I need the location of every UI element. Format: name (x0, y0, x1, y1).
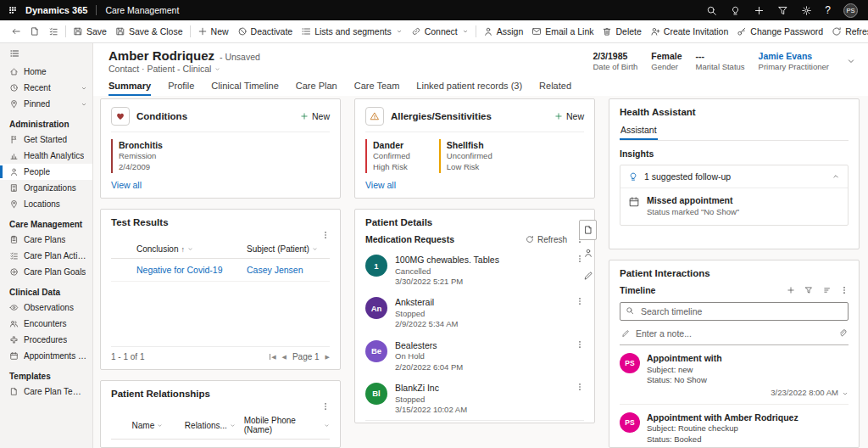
conditions-view-all-link[interactable]: View all (111, 180, 330, 190)
primary-practitioner-link[interactable]: Jamie Evans (759, 51, 829, 62)
timeline-settings-icon[interactable] (822, 286, 831, 294)
sidebar-item-organizations[interactable]: Organizations (0, 180, 92, 196)
change-password-button[interactable]: Change Password (732, 24, 827, 39)
column-header-name[interactable]: Name (132, 416, 185, 434)
allergy-item-dander[interactable]: Dander Confirmed High Risk (365, 139, 410, 173)
new-label: New (211, 26, 229, 36)
table-row[interactable]: Negative for Covid-19 Casey Jensen (111, 259, 330, 282)
attachment-icon[interactable] (838, 329, 847, 338)
more-options-icon[interactable] (576, 297, 584, 305)
form-view-icon-button[interactable] (25, 24, 44, 39)
refresh-button[interactable]: Refresh (827, 24, 868, 39)
lists-and-segments-button[interactable]: Lists and segments (297, 24, 406, 39)
sidebar-item-locations[interactable]: Locations (0, 196, 92, 212)
app-brand[interactable]: Dynamics 365 (25, 5, 87, 15)
deactivate-button[interactable]: Deactivate (233, 24, 298, 39)
sidebar-item-procedures[interactable]: Procedures (0, 332, 92, 348)
collapse-header-chevron-icon[interactable] (846, 56, 856, 66)
filter-icon[interactable] (777, 5, 788, 16)
timeline-search-input[interactable] (620, 302, 849, 321)
first-page-button[interactable]: ◀ (270, 354, 275, 360)
chevron-down-icon[interactable] (842, 390, 849, 397)
sidebar-item-care-plan-goals[interactable]: Care Plan Goals (0, 264, 92, 280)
email-a-link-button[interactable]: Email a Link (527, 24, 598, 39)
edit-pane-icon[interactable] (579, 266, 597, 286)
hamburger-menu-icon[interactable] (0, 43, 92, 64)
lightbulb-icon[interactable] (730, 5, 741, 16)
new-allergy-button[interactable]: New (554, 111, 584, 121)
user-avatar[interactable]: PS (843, 3, 858, 18)
column-header-relations[interactable]: Relations... (185, 416, 244, 434)
form-pane-icon[interactable] (579, 220, 597, 240)
column-header-subject[interactable]: Subject (Patient) (247, 244, 318, 254)
app-launcher-icon[interactable] (8, 6, 17, 14)
insights-label: Insights (620, 148, 849, 159)
save-and-close-button[interactable]: Save & Close (111, 24, 187, 39)
more-options-icon[interactable] (840, 286, 849, 294)
record-subtitle[interactable]: Contact · Patient - Clinical (108, 64, 211, 74)
column-header-conclusion[interactable]: Conclusion ↑ (136, 244, 247, 254)
sidebar-item-encounters[interactable]: Encounters (0, 316, 92, 332)
tab-related[interactable]: Related (539, 81, 571, 96)
timeline-entry[interactable]: PS Appointment with Subject: new Status:… (620, 345, 849, 405)
add-timeline-record-icon[interactable] (787, 286, 795, 294)
refresh-medications-button[interactable]: Refresh (526, 235, 567, 244)
medication-list-item[interactable]: An Anksterail Stopped 2/9/2022 5:34 AM (365, 292, 584, 334)
search-icon[interactable] (706, 5, 717, 16)
sidebar-item-observations[interactable]: Observations (0, 300, 92, 316)
medication-list-item[interactable]: Be Bealesters On Hold 2/20/2022 6:04 PM (365, 335, 584, 378)
app-area-name[interactable]: Care Management (105, 5, 179, 15)
conclusion-link[interactable]: Negative for Covid-19 (136, 265, 247, 275)
timeline-entry[interactable]: PS Appointment with Amber Rodriquez Subj… (620, 405, 849, 448)
more-options-icon[interactable] (321, 231, 330, 239)
filter-timeline-icon[interactable] (804, 286, 813, 294)
tab-profile[interactable]: Profile (168, 81, 194, 96)
note-input[interactable]: Enter a note... (620, 321, 849, 345)
tab-care-team[interactable]: Care Team (354, 81, 400, 96)
sidebar-item-recent[interactable]: Recent (0, 80, 92, 96)
new-button[interactable]: New (193, 24, 233, 39)
related-records-pane-icon[interactable] (579, 243, 597, 263)
sidebar-item-get-started[interactable]: Get Started (0, 132, 92, 148)
sidebar-item-care-plan-templates[interactable]: Care Plan Templates (0, 384, 92, 400)
tab-linked-patient-records[interactable]: Linked patient records (3) (416, 81, 522, 96)
sidebar-item-pinned[interactable]: Pinned (0, 96, 92, 112)
suggested-follow-up-row[interactable]: 1 suggested follow-up (620, 165, 848, 188)
tab-clinical-timeline[interactable]: Clinical Timeline (211, 81, 278, 96)
allergies-view-all-link[interactable]: View all (365, 180, 584, 190)
medication-list-item[interactable]: Bl BlankZi Inc Stopped 3/15/2022 10:02 A… (365, 378, 584, 420)
assistant-tab[interactable]: Assistant (620, 123, 658, 140)
new-condition-button[interactable]: New (300, 111, 330, 121)
chevron-down-icon[interactable] (214, 66, 220, 72)
settings-gear-icon[interactable] (801, 5, 812, 16)
sidebar-item-care-plan-activities[interactable]: Care Plan Activities (0, 248, 92, 264)
sidebar-item-people[interactable]: People (0, 164, 92, 180)
help-icon[interactable]: ? (825, 5, 831, 15)
insight-card[interactable]: Missed appointment Status marked "No Sho… (620, 188, 848, 225)
condition-item[interactable]: Bronchitis Remission 2/4/2009 (111, 139, 330, 173)
quick-create-plus-icon[interactable] (754, 5, 765, 16)
column-header-mobile-phone[interactable]: Mobile Phone (Name) (244, 416, 330, 434)
delete-button[interactable]: Delete (598, 24, 645, 39)
tab-care-plan[interactable]: Care Plan (296, 81, 337, 96)
sidebar-item-health-analytics[interactable]: Health Analytics (0, 148, 92, 164)
allergy-item-shellfish[interactable]: Shellfish Unconfirmed Low Risk (439, 139, 492, 173)
sidebar-item-care-plans[interactable]: Care Plans (0, 232, 92, 248)
more-options-icon[interactable] (576, 383, 584, 391)
more-options-icon[interactable] (321, 402, 330, 411)
subject-link[interactable]: Casey Jensen (247, 265, 303, 275)
assign-button[interactable]: Assign (479, 24, 528, 39)
next-page-button[interactable]: ▶ (326, 354, 330, 360)
chevron-up-icon[interactable] (832, 172, 840, 181)
task-view-icon-button[interactable] (44, 24, 63, 39)
save-button[interactable]: Save (69, 24, 111, 39)
sidebar-item-appointments-emr[interactable]: Appointments (EMR) (0, 348, 92, 364)
back-button[interactable] (7, 24, 25, 39)
create-invitation-button[interactable]: Create Invitation (646, 24, 732, 39)
connect-button[interactable]: Connect (407, 24, 473, 39)
more-options-icon[interactable] (576, 340, 584, 349)
tab-summary[interactable]: Summary (108, 81, 151, 96)
sidebar-item-home[interactable]: Home (0, 64, 92, 80)
previous-page-button[interactable]: ◀ (282, 354, 287, 360)
medication-list-item[interactable]: 1 100MG chewables. Tables Cancelled 3/30… (365, 249, 584, 292)
